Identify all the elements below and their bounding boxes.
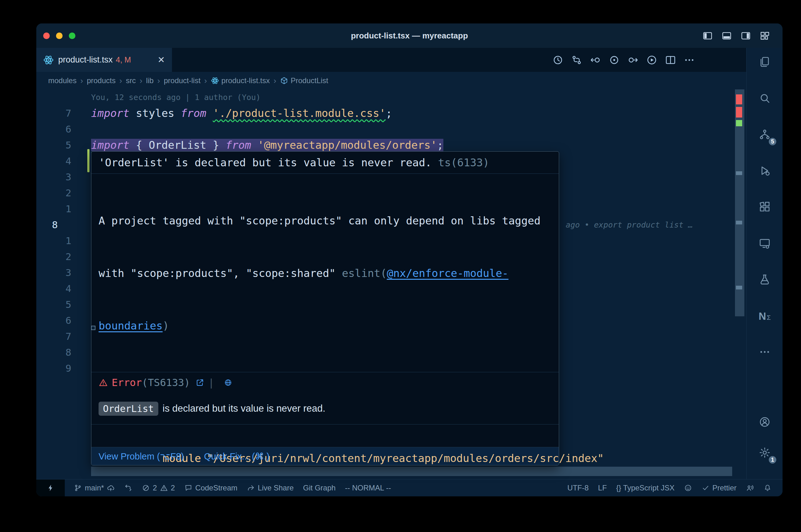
activity-explorer[interactable] (747, 48, 783, 77)
line-number[interactable]: 6 (36, 312, 71, 328)
breadcrumb-item-product-list-tsx[interactable]: product-list.tsx (211, 76, 270, 85)
git-graph-item[interactable]: Git Graph (298, 479, 341, 496)
warning-icon (160, 484, 168, 492)
toggle-panel-right-icon[interactable] (741, 31, 751, 41)
line-number[interactable]: 2 (36, 185, 71, 201)
breadcrumb: modules›products›src›lib›product-list›pr… (36, 72, 746, 89)
activity-run-debug[interactable] (747, 156, 783, 186)
tab-bar: product-list.tsx 4, M ✕ (36, 48, 746, 72)
error-detail-text: is declared but its value is never read. (163, 403, 325, 414)
overview-ruler-mark (736, 107, 742, 117)
error-label: Error (112, 377, 142, 388)
line-number[interactable]: 1 (36, 233, 71, 249)
line-number[interactable]: 3 (36, 265, 71, 281)
eslint-rule-link[interactable]: @nx/enforce-module- (387, 267, 508, 280)
code-token: '@myreactapp/modules/orders' (257, 139, 437, 151)
line-number[interactable]: 6 (36, 121, 71, 137)
titlebar: product-list.tsx — myreactapp (36, 23, 783, 48)
notifications-item[interactable] (759, 479, 776, 496)
status-label: Live Share (258, 483, 294, 492)
line-number[interactable]: 4 (36, 153, 71, 169)
timeline-icon[interactable] (552, 54, 564, 65)
encoding-item[interactable]: UTF-8 (563, 479, 593, 496)
code-token: './product-list.module.css' (213, 107, 386, 119)
breadcrumb-item-product-list[interactable]: product-list (164, 76, 200, 85)
line-number[interactable]: 9 (36, 360, 71, 376)
activity-more-views[interactable] (747, 338, 783, 367)
breadcrumb-item-lib[interactable]: lib (146, 76, 153, 85)
vim-mode-item[interactable]: -- NORMAL -- (341, 479, 396, 496)
tab-product-list[interactable]: product-list.tsx 4, M ✕ (36, 48, 172, 72)
globe-icon[interactable] (224, 378, 233, 387)
line-number[interactable]: 4 (36, 281, 71, 297)
compare-changes-icon[interactable] (571, 54, 582, 65)
eol-item[interactable]: LF (593, 479, 612, 496)
codestream-item[interactable]: CodeStream (180, 479, 242, 496)
current-revision-icon[interactable] (608, 54, 620, 65)
code-token: OrderList (149, 139, 206, 151)
check-icon (702, 484, 710, 492)
account-icon (759, 416, 771, 429)
line-number[interactable]: 5 (36, 137, 71, 153)
gutter-modified-indicator (87, 149, 90, 172)
code-line-import-styles[interactable]: import styles from './product-list.modul… (91, 105, 392, 121)
language-item[interactable]: {} TypeScript JSX (612, 479, 679, 496)
activity-accounts[interactable] (747, 407, 783, 438)
breadcrumb-label: products (87, 76, 115, 85)
customize-layout-icon[interactable] (760, 31, 770, 41)
line-number[interactable]: 3 (36, 169, 71, 185)
activity-remote-explorer[interactable] (747, 229, 783, 259)
toggle-panel-left-icon[interactable] (703, 31, 713, 41)
code-token: } (206, 139, 225, 151)
overview-ruler-mark (736, 94, 742, 104)
breadcrumb-item-products[interactable]: products (87, 76, 115, 85)
line-number[interactable]: 8 (52, 217, 58, 233)
status-label: 2 (153, 483, 157, 492)
more-actions-icon[interactable] (684, 54, 695, 65)
line-number[interactable]: 5 (36, 297, 71, 312)
line-number[interactable]: 7 (36, 105, 71, 121)
open-docs-icon[interactable] (196, 378, 204, 387)
activity-source-control[interactable]: 5 (747, 120, 783, 150)
code-token: ; (386, 107, 392, 119)
editor[interactable]: 76543218123456789 You, 12 seconds ago | … (36, 89, 746, 479)
breadcrumb-item-src[interactable]: src (126, 76, 136, 85)
split-editor-icon[interactable] (665, 54, 676, 65)
hover-resize-handle[interactable] (91, 326, 95, 330)
code-token: styles (129, 107, 181, 119)
activity-nx-console[interactable]: NΣ (747, 301, 783, 331)
line-number[interactable]: 7 (36, 328, 71, 344)
voice-item[interactable] (741, 479, 759, 496)
activity-testing[interactable] (747, 265, 783, 295)
line-number[interactable]: 1 (36, 201, 71, 217)
feedback-item[interactable] (679, 479, 697, 496)
live-share-item[interactable]: Live Share (242, 479, 298, 496)
line-number[interactable]: 2 (36, 249, 71, 265)
error-header-row: Error(TS6133) | (91, 372, 559, 393)
remote-indicator[interactable] (36, 479, 65, 496)
module-path-row: module"/Users/juri/nrwl/content/myreacta… (91, 424, 559, 447)
eslint-rule-link-wrap[interactable]: boundaries (98, 320, 163, 332)
activity-extensions[interactable] (747, 193, 783, 223)
quick-fix-link[interactable]: Quick Fix... (⌘.) (204, 451, 269, 462)
previous-change-icon[interactable] (590, 54, 601, 65)
search-icon (759, 92, 771, 105)
breadcrumb-item-modules[interactable]: modules (48, 76, 77, 85)
window-title: product-list.tsx — myreactapp (36, 23, 783, 48)
breadcrumb-label: product-list.tsx (221, 76, 270, 85)
line-number[interactable]: 8 (36, 344, 71, 360)
next-change-icon[interactable] (627, 54, 639, 65)
code-token: from (181, 107, 206, 119)
view-problem-link[interactable]: View Problem (⌥F8) (98, 451, 184, 462)
breadcrumb-item-productlist[interactable]: ProductList (280, 76, 328, 85)
code-line-import-orderlist[interactable]: import { OrderList } from '@myreactapp/m… (91, 137, 443, 153)
run-code-icon[interactable] (646, 54, 657, 65)
toggle-panel-bottom-icon[interactable] (722, 31, 732, 41)
activity-bar: 5NΣ1 (746, 48, 783, 479)
tab-close-icon[interactable]: ✕ (158, 55, 165, 65)
activity-settings[interactable]: 1 (747, 438, 783, 468)
diagnostic-source: ts(6133) (432, 156, 489, 169)
prettier-item[interactable]: Prettier (697, 479, 741, 496)
activity-search[interactable] (747, 84, 783, 114)
code-token: from (225, 139, 251, 151)
